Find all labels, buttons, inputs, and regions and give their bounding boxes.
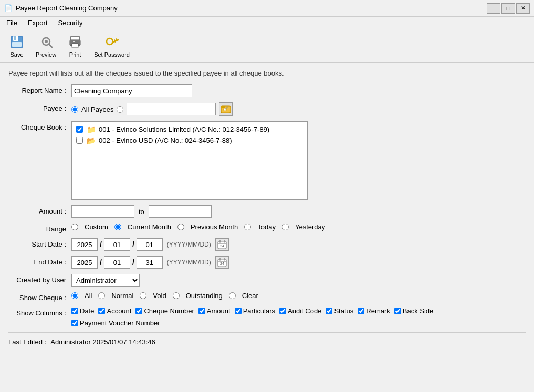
col-particulars: Particulars <box>235 307 275 315</box>
col-back-side-checkbox[interactable] <box>394 308 401 314</box>
svg-rect-16 <box>221 106 225 108</box>
minimize-button[interactable]: — <box>487 3 500 14</box>
svg-rect-3 <box>12 42 22 47</box>
end-year-input[interactable] <box>71 256 98 269</box>
start-date-label: Start Date : <box>8 238 71 248</box>
save-label: Save <box>10 51 23 58</box>
amount-to-label: to <box>139 208 144 216</box>
range-today-label: Today <box>257 223 276 231</box>
amount-inputs: to <box>71 205 526 218</box>
start-calendar-button[interactable]: 24 <box>215 238 229 251</box>
window-controls: — □ ✕ <box>487 3 530 14</box>
show-normal-radio[interactable] <box>98 292 105 299</box>
range-today-radio[interactable] <box>244 224 251 230</box>
svg-text:24: 24 <box>220 262 224 266</box>
range-row: Range Custom Current Month Previous Mont… <box>8 223 526 233</box>
col-audit-code: Audit Code <box>279 307 321 315</box>
svg-rect-10 <box>73 41 75 42</box>
created-by-control: Administrator <box>71 274 526 287</box>
amount-to-input[interactable] <box>149 205 212 218</box>
start-day-input[interactable] <box>137 238 163 251</box>
all-payees-radio[interactable] <box>71 106 78 113</box>
start-month-input[interactable] <box>104 238 130 251</box>
print-button[interactable]: Print <box>62 31 88 60</box>
end-date-control: / / (YYYY/MM/DD) 24 <box>71 256 526 269</box>
col-remark-checkbox[interactable] <box>358 308 364 314</box>
show-outstanding-label: Outstanding <box>186 292 223 300</box>
cheque-002-checkbox[interactable] <box>76 137 83 144</box>
show-void-radio[interactable] <box>140 292 146 299</box>
show-cheque-control: All Normal Void Outstanding Clear <box>71 292 526 300</box>
amount-label: Amount : <box>8 205 71 215</box>
col-particulars-checkbox[interactable] <box>235 308 242 314</box>
show-normal-label: Normal <box>111 292 133 300</box>
start-year-input[interactable] <box>71 238 98 251</box>
col-amount-label: Amount <box>207 307 231 315</box>
user-select[interactable]: Administrator <box>71 274 140 287</box>
columns-list: Date Account Cheque Number Amount Partic… <box>71 307 526 327</box>
show-all-radio[interactable] <box>71 292 78 299</box>
col-back-side-label: Back Side <box>403 307 434 315</box>
svg-rect-2 <box>14 36 16 40</box>
end-month-input[interactable] <box>104 256 130 269</box>
range-yesterday-radio[interactable] <box>282 224 289 230</box>
col-audit-code-checkbox[interactable] <box>279 308 286 314</box>
print-icon <box>67 34 83 50</box>
preview-button[interactable]: Preview <box>32 31 60 60</box>
range-options: Custom Current Month Previous Month Toda… <box>71 223 526 231</box>
last-edited-label: Last Edited : <box>8 338 46 346</box>
col-cheque-number-checkbox[interactable] <box>135 308 142 314</box>
show-void-label: Void <box>153 292 166 300</box>
set-password-button[interactable]: Set Password <box>90 31 134 60</box>
show-all-label: All <box>85 292 92 300</box>
specific-payee-radio[interactable] <box>117 106 123 113</box>
save-button[interactable]: Save <box>4 31 29 60</box>
col-status-checkbox[interactable] <box>326 308 332 314</box>
end-date-format: (YYYY/MM/DD) <box>167 259 211 266</box>
show-cheque-options: All Normal Void Outstanding Clear <box>71 292 526 300</box>
toolbar: Save Preview Print <box>0 29 534 63</box>
col-account-checkbox[interactable] <box>98 308 105 314</box>
window-title: Payee Report Cleaning Company <box>16 4 487 12</box>
range-yesterday-label: Yesterday <box>295 223 325 231</box>
col-amount-checkbox[interactable] <box>198 308 205 314</box>
range-custom-radio[interactable] <box>71 224 78 230</box>
svg-point-11 <box>107 38 113 45</box>
col-back-side: Back Side <box>394 307 434 315</box>
col-amount: Amount <box>198 307 231 315</box>
menu-export[interactable]: Export <box>24 18 52 28</box>
payee-browse-button[interactable] <box>219 102 233 116</box>
payee-input[interactable] <box>127 103 216 115</box>
created-by-label: Created by User <box>8 274 71 284</box>
col-account: Account <box>98 307 131 315</box>
amount-from-input[interactable] <box>71 205 134 218</box>
col-status-label: Status <box>334 307 353 315</box>
end-sep-1: / <box>100 258 102 267</box>
col-payment-voucher-checkbox[interactable] <box>71 320 78 326</box>
svg-text:24: 24 <box>220 244 224 248</box>
report-name-input[interactable] <box>71 84 192 97</box>
preview-label: Preview <box>36 51 56 58</box>
end-day-input[interactable] <box>137 256 163 269</box>
list-item: 📁 001 - Evinco Solutions Limited (A/C No… <box>74 124 305 135</box>
show-outstanding-radio[interactable] <box>173 292 180 299</box>
col-date: Date <box>71 307 94 315</box>
menu-file[interactable]: File <box>2 18 22 28</box>
range-current-radio[interactable] <box>114 224 121 230</box>
show-clear-radio[interactable] <box>229 292 236 299</box>
end-calendar-button[interactable]: 24 <box>215 256 229 269</box>
report-name-label: Report Name : <box>8 84 71 94</box>
cheque-book-label: Cheque Book : <box>8 121 71 131</box>
col-date-checkbox[interactable] <box>71 308 78 314</box>
restore-button[interactable]: □ <box>501 3 515 14</box>
range-prev-radio[interactable] <box>177 224 184 230</box>
cheque-001-checkbox[interactable] <box>76 126 83 133</box>
svg-point-5 <box>45 40 48 43</box>
close-button[interactable]: ✕ <box>516 3 530 14</box>
start-date-row: Start Date : / / (YYYY/MM/DD) 24 <box>8 238 526 251</box>
menu-security[interactable]: Security <box>54 18 87 28</box>
report-name-row: Report Name : <box>8 84 526 97</box>
amount-row: Amount : to <box>8 205 526 218</box>
range-custom-label: Custom <box>85 223 108 231</box>
report-name-control <box>71 84 526 97</box>
